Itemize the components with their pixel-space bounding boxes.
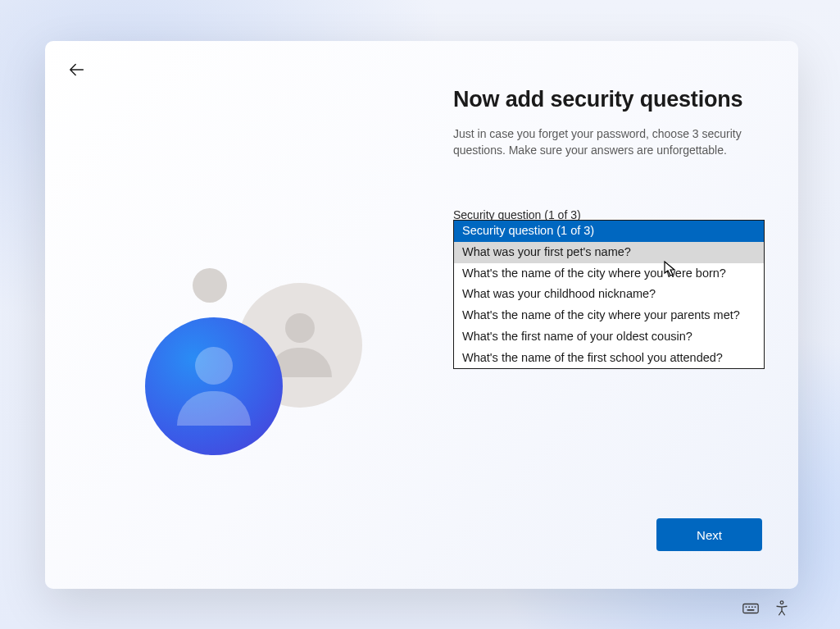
avatar-blue <box>145 317 283 455</box>
dropdown-option[interactable]: What's the first name of your oldest cou… <box>454 326 764 348</box>
content-area: Now add security questions Just in case … <box>453 87 773 230</box>
keyboard-icon[interactable] <box>742 599 760 618</box>
page-title: Now add security questions <box>453 87 773 112</box>
back-arrow-icon <box>68 61 86 79</box>
user-illustration <box>143 258 389 472</box>
dropdown-option[interactable]: Security question (1 of 3) <box>454 221 764 242</box>
security-question-dropdown[interactable]: Security question (1 of 3) What was your… <box>453 220 765 369</box>
corner-controls <box>742 599 791 618</box>
dropdown-option[interactable]: What's the name of the first school you … <box>454 348 764 369</box>
next-button[interactable]: Next <box>656 518 762 551</box>
dropdown-option[interactable]: What was your first pet's name? <box>454 242 764 263</box>
svg-rect-0 <box>743 604 758 613</box>
back-button[interactable] <box>68 61 88 80</box>
setup-card: Now add security questions Just in case … <box>45 41 798 589</box>
accessibility-icon[interactable] <box>773 599 791 618</box>
dropdown-option[interactable]: What was your childhood nickname? <box>454 284 764 305</box>
dropdown-option[interactable]: What's the name of the city where you we… <box>454 263 764 285</box>
decor-circle-small <box>193 268 227 303</box>
dropdown-option[interactable]: What's the name of the city where your p… <box>454 305 764 326</box>
svg-point-6 <box>780 601 783 604</box>
page-subtitle: Just in case you forget your password, c… <box>453 125 773 159</box>
